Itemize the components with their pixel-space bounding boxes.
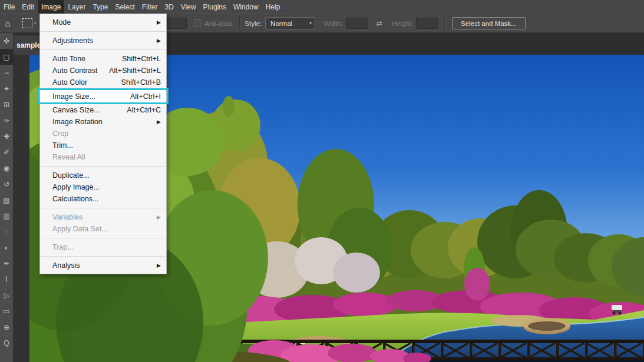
brush-tool[interactable]: ✐ (0, 144, 13, 160)
eraser-tool[interactable]: ▨ (0, 192, 13, 208)
menu-item-label: Variables (52, 213, 82, 221)
divider (239, 17, 240, 30)
quick-selection-tool[interactable]: ✦ (0, 81, 13, 97)
menu-item-canvas-size[interactable]: Canvas Size...Alt+Ctrl+C (40, 104, 166, 116)
select-and-mask-button[interactable]: Select and Mask... (452, 17, 526, 29)
menubar-item-image[interactable]: Image (38, 0, 64, 14)
menu-item-apply-image[interactable]: Apply Image... (40, 181, 166, 193)
move-tool[interactable]: ✜ (0, 33, 13, 49)
menubar-item-plugins[interactable]: Plugins (200, 0, 230, 14)
height-label: Height: (392, 20, 413, 27)
menubar-item-layer[interactable]: Layer (64, 0, 89, 14)
menu-item-shortcut: Shift+Ctrl+L (122, 55, 161, 63)
submenu-arrow-icon: ▶ (157, 263, 161, 268)
menu-item-label: Apply Data Set... (52, 225, 108, 233)
healing-brush-tool-icon: ✚ (4, 132, 9, 141)
menu-item-apply-data-set: Apply Data Set... (40, 223, 166, 235)
menubar-item-edit[interactable]: Edit (18, 0, 38, 14)
move-tool-icon: ✜ (4, 37, 9, 45)
menu-item-image-size[interactable]: Image Size...Alt+Ctrl+I (40, 88, 166, 104)
menu-item-label: Duplicate... (52, 171, 90, 180)
chevron-down-icon: ▾ (309, 21, 312, 26)
menu-item-auto-color[interactable]: Auto ColorShift+Ctrl+B (40, 77, 166, 88)
menubar-item-view[interactable]: View (177, 0, 200, 14)
marquee-tool-preview-icon[interactable] (22, 18, 32, 28)
height-input[interactable] (416, 18, 438, 29)
blur-tool[interactable]: ◌ (0, 224, 13, 240)
path-selection-tool[interactable]: ▷ (0, 287, 13, 303)
shape-tool-icon: ▭ (3, 307, 9, 315)
menubar-item-file[interactable]: File (0, 0, 18, 14)
menu-separator (40, 235, 166, 241)
menu-item-auto-contrast[interactable]: Auto ContrastAlt+Shift+Ctrl+L (40, 65, 166, 77)
menu-separator (40, 253, 166, 260)
menubar-item-3d[interactable]: 3D (161, 0, 177, 14)
menu-item-reveal-all: Reveal All (40, 151, 166, 163)
submenu-arrow-icon: ▶ (157, 19, 161, 25)
menu-item-shortcut: Alt+Shift+Ctrl+L (109, 67, 161, 75)
gradient-tool-icon: ▥ (3, 212, 9, 220)
zoom-tool-icon: Q (4, 339, 9, 347)
pen-tool-icon: ✒ (4, 260, 9, 268)
menu-item-label: Trim... (52, 141, 73, 150)
zoom-tool[interactable]: Q (0, 335, 13, 351)
anti-alias-checkbox[interactable]: Anti-alias (194, 19, 232, 27)
anti-alias-label: Anti-alias (204, 20, 232, 27)
menu-item-label: Auto Contrast (52, 67, 97, 75)
pen-tool[interactable]: ✒ (0, 255, 13, 271)
menu-item-duplicate[interactable]: Duplicate... (40, 170, 166, 181)
shape-tool[interactable]: ▭ (0, 303, 13, 319)
menu-item-trim[interactable]: Trim... (40, 140, 166, 151)
menu-item-shortcut: Shift+Ctrl+B (121, 78, 161, 87)
menu-item-image-rotation[interactable]: Image Rotation▶ (40, 116, 166, 128)
eraser-tool-icon: ▨ (3, 196, 9, 204)
dodge-tool-icon: ◐ (4, 244, 8, 252)
gradient-tool[interactable]: ▥ (0, 208, 13, 224)
width-input[interactable] (346, 18, 368, 29)
toolbar: ✜▢∽✦⊞✑✚✐◉↺▨▥◌◐✒T▷▭⊕Q (0, 33, 14, 362)
image-menu: Mode▶Adjustments▶Auto ToneShift+Ctrl+LAu… (39, 14, 167, 274)
menu-item-label: Reveal All (52, 153, 85, 161)
crop-tool[interactable]: ⊞ (0, 97, 13, 112)
menu-item-adjustments[interactable]: Adjustments▶ (40, 35, 166, 47)
history-brush-tool-icon: ↺ (4, 180, 9, 188)
clone-stamp-tool[interactable]: ◉ (0, 160, 13, 176)
eyedropper-tool-icon: ✑ (4, 117, 9, 125)
hand-tool[interactable]: ⊕ (0, 319, 13, 335)
image-size-highlight-box (38, 88, 169, 104)
quick-selection-tool-icon: ✦ (4, 85, 9, 93)
style-value: Normal (270, 20, 292, 27)
menubar-item-window[interactable]: Window (230, 0, 262, 14)
menu-item-label: Image Rotation (52, 118, 103, 126)
swap-dimensions-icon[interactable]: ⇄ (374, 19, 385, 28)
marquee-tool-icon: ▢ (3, 53, 9, 61)
submenu-arrow-icon: ▶ (157, 119, 161, 125)
menu-item-label: Auto Color (52, 78, 87, 87)
dodge-tool[interactable]: ◐ (0, 240, 13, 255)
menubar-item-type[interactable]: Type (89, 0, 111, 14)
menubar-item-help[interactable]: Help (262, 0, 284, 14)
history-brush-tool[interactable]: ↺ (0, 176, 13, 192)
menu-item-auto-tone[interactable]: Auto ToneShift+Ctrl+L (40, 53, 166, 65)
tool-preset-chevron-icon[interactable]: ▾ (34, 21, 39, 26)
menu-item-label: Mode (52, 18, 71, 26)
lasso-tool[interactable]: ∽ (0, 65, 13, 81)
type-tool-icon: T (4, 275, 8, 284)
menu-item-analysis[interactable]: Analysis▶ (40, 260, 166, 271)
feather-input[interactable] (167, 18, 187, 29)
marquee-tool[interactable]: ▢ (0, 49, 13, 65)
eyedropper-tool[interactable]: ✑ (0, 112, 13, 128)
style-select[interactable]: Normal ▾ (265, 17, 315, 29)
menu-item-mode[interactable]: Mode▶ (40, 16, 166, 28)
menu-item-label: Crop (52, 129, 68, 138)
menu-item-label: Adjustments (52, 36, 93, 45)
lasso-tool-icon: ∽ (4, 69, 9, 77)
menubar-item-filter[interactable]: Filter (138, 0, 161, 14)
healing-brush-tool[interactable]: ✚ (0, 128, 13, 144)
hand-tool-icon: ⊕ (4, 323, 9, 331)
photoshop-app: FileEditImageLayerTypeSelectFilter3DView… (0, 0, 644, 362)
menu-item-calculations[interactable]: Calculations... (40, 193, 166, 205)
type-tool[interactable]: T (0, 271, 13, 287)
menubar-item-select[interactable]: Select (111, 0, 138, 14)
home-icon[interactable]: ⌂ (2, 18, 13, 28)
